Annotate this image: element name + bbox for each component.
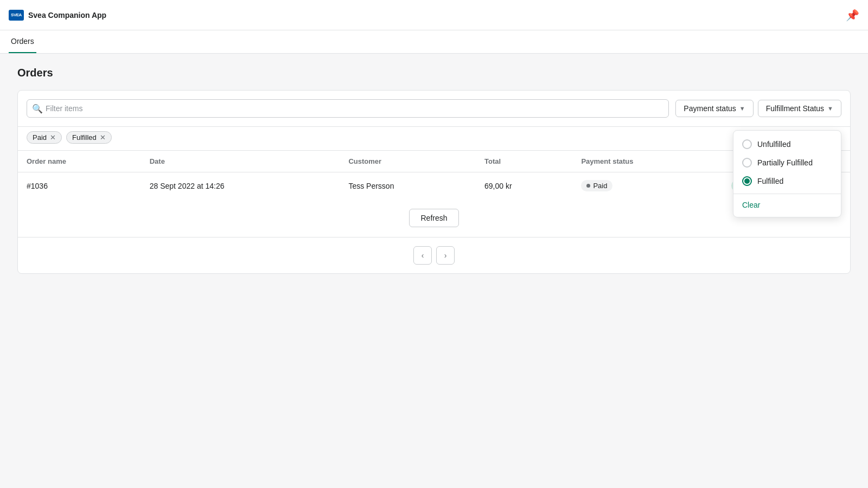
orders-table: Order name Date Customer Total Payment s…	[18, 151, 850, 199]
table-header-row: Order name Date Customer Total Payment s…	[18, 151, 850, 172]
tab-bar: Orders	[0, 30, 868, 54]
cell-date: 28 Sept 2022 at 14:26	[141, 172, 340, 200]
col-payment-status: Payment status	[572, 151, 723, 172]
page-content: Orders 🔍 Payment status ▼ Fulfillment St…	[0, 54, 868, 287]
filter-group: Payment status ▼ Fulfillment Status ▼ Un…	[675, 100, 841, 117]
radio-partially-fulfilled	[742, 158, 752, 168]
pin-icon: 📌	[846, 9, 859, 22]
dropdown-item-unfulfilled[interactable]: Unfulfilled	[733, 135, 841, 153]
col-order-name: Order name	[18, 151, 141, 172]
app-name: Svea Companion App	[28, 11, 106, 20]
cell-payment-status: Paid	[572, 172, 723, 200]
dropdown-item-partially-fulfilled[interactable]: Partially Fulfilled	[733, 153, 841, 172]
fulfillment-dropdown: Unfulfilled Partially Fulfilled Fulfille…	[733, 130, 841, 217]
radio-unfulfilled	[742, 139, 752, 149]
clear-filter-link[interactable]: Clear	[733, 197, 769, 213]
filter-tag-fulfilled: Fulfilled ✕	[66, 131, 112, 144]
table-row[interactable]: #1036 28 Sept 2022 at 14:26 Tess Persson…	[18, 172, 850, 200]
tab-orders[interactable]: Orders	[9, 30, 36, 53]
remove-paid-filter-button[interactable]: ✕	[50, 133, 56, 142]
col-date: Date	[141, 151, 340, 172]
fulfillment-status-filter-button[interactable]: Fulfillment Status ▼	[758, 100, 841, 117]
dropdown-item-fulfilled[interactable]: Fulfilled	[733, 172, 841, 190]
refresh-row: Refresh	[18, 199, 850, 237]
filter-tag-paid: Paid ✕	[27, 131, 62, 144]
col-customer: Customer	[340, 151, 476, 172]
cell-order-name: #1036	[18, 172, 141, 200]
chevron-left-icon: ‹	[422, 251, 424, 260]
search-icon: 🔍	[32, 104, 43, 114]
prev-page-button[interactable]: ‹	[413, 246, 432, 265]
dropdown-divider	[733, 194, 841, 194]
cell-customer: Tess Persson	[340, 172, 476, 200]
badge-dot-paid	[586, 184, 590, 188]
pagination-row: ‹ ›	[18, 237, 850, 273]
col-total: Total	[476, 151, 572, 172]
remove-fulfilled-filter-button[interactable]: ✕	[100, 133, 106, 142]
top-nav: SVEA Svea Companion App 📌	[0, 0, 868, 30]
app-logo: SVEA Svea Companion App	[9, 10, 106, 21]
active-filters: Paid ✕ Fulfilled ✕	[18, 127, 850, 151]
logo-icon: SVEA	[9, 10, 24, 21]
toolbar: 🔍 Payment status ▼ Fulfillment Status ▼	[18, 91, 850, 127]
chevron-right-icon: ›	[444, 251, 447, 260]
radio-fulfilled	[742, 176, 752, 186]
page-title: Orders	[17, 67, 851, 79]
fulfillment-filter-wrapper: Fulfillment Status ▼ Unfulfilled Partial…	[758, 100, 841, 117]
chevron-down-icon: ▼	[827, 105, 833, 112]
payment-status-badge: Paid	[581, 180, 612, 191]
next-page-button[interactable]: ›	[436, 246, 455, 265]
payment-status-filter-button[interactable]: Payment status ▼	[675, 100, 753, 117]
refresh-button[interactable]: Refresh	[409, 209, 458, 227]
search-input[interactable]	[27, 99, 669, 118]
orders-card: 🔍 Payment status ▼ Fulfillment Status ▼	[17, 90, 851, 274]
cell-total: 69,00 kr	[476, 172, 572, 200]
radio-inner-fulfilled	[744, 178, 750, 184]
search-wrap: 🔍	[27, 99, 669, 118]
chevron-down-icon: ▼	[739, 105, 745, 112]
